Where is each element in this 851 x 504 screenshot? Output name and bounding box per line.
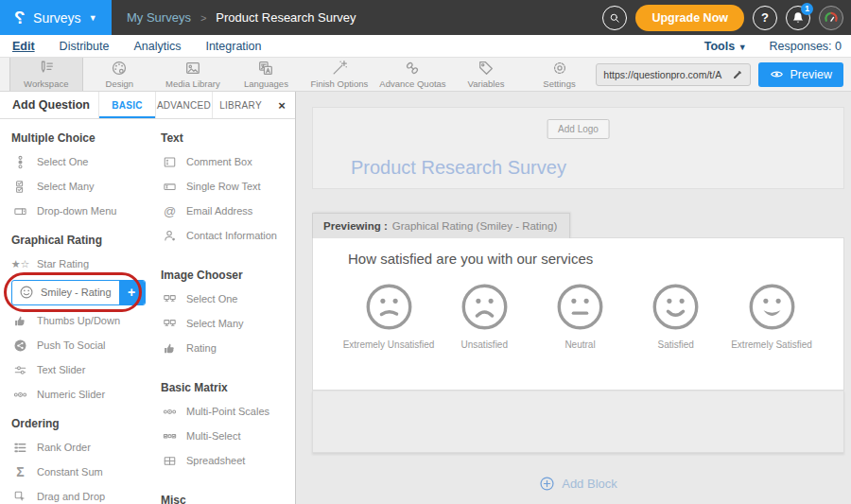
qtype-drag-and-drop[interactable]: Drag and Drop	[11, 484, 155, 504]
qtype-contact-information[interactable]: Contact Information	[161, 223, 295, 248]
qtype-image-rating[interactable]: Rating	[161, 336, 295, 360]
qtype-label: Select One	[37, 156, 88, 167]
tab-advanced[interactable]: ADVANCED	[155, 92, 212, 118]
upgrade-now-button[interactable]: Upgrade Now	[635, 5, 744, 31]
toolbar-languages[interactable]: Languages	[230, 58, 304, 91]
qtype-star-rating[interactable]: ★☆ Star Rating	[11, 252, 155, 276]
qtype-smiley-rating[interactable]: Smiley - Rating +	[11, 280, 146, 305]
qtype-select-one[interactable]: Select One	[11, 149, 155, 174]
smile-face-icon	[651, 282, 701, 332]
qtype-label: Push To Social	[37, 339, 106, 351]
spreadsheet-grid-icon	[163, 454, 177, 468]
qtype-image-select-one[interactable]: Select One	[161, 287, 295, 311]
toolbar-label: Workspace	[24, 78, 68, 89]
qtype-select-many[interactable]: Select Many	[11, 174, 155, 199]
qtype-label: Thumbs Up/Down	[37, 315, 120, 326]
smiley-option-unsatisfied[interactable]: Unsatisfied	[437, 282, 531, 350]
toolbar-workspace[interactable]: Workspace	[9, 58, 83, 91]
qtype-label: Select One	[186, 293, 237, 304]
toolbar-label: Design	[106, 78, 134, 89]
close-panel-button[interactable]: ×	[269, 92, 295, 118]
header-actions: Upgrade Now ? 1	[602, 5, 843, 31]
smiley-option-neutral[interactable]: Neutral	[533, 282, 628, 350]
qtype-push-to-social[interactable]: Push To Social	[11, 333, 155, 357]
help-button[interactable]: ?	[753, 6, 777, 30]
qtype-multi-select[interactable]: Multi-Select	[161, 424, 295, 448]
question-text[interactable]: How satisfied are you with our services	[313, 238, 843, 267]
survey-nav-tabs: Edit Distribute Analytics Integration	[12, 40, 262, 53]
checkbox-stack-icon	[13, 180, 27, 194]
app-window: ? Surveys ▼ My Surveys > Product Researc…	[0, 0, 851, 504]
add-block-button[interactable]: Add Block	[312, 476, 844, 492]
qtype-label: Select Many	[37, 181, 95, 192]
surveys-menu[interactable]: ? Surveys ▼	[0, 0, 112, 35]
survey-title[interactable]: Product Research Survey	[351, 157, 566, 179]
qtype-spreadsheet[interactable]: Spreadsheet	[161, 448, 295, 473]
tab-integration[interactable]: Integration	[205, 40, 261, 53]
tab-library[interactable]: LIBRARY	[212, 92, 269, 118]
previewing-tab[interactable]: Previewing : Graphical Rating (Smiley - …	[312, 213, 570, 238]
dual-monitor-icon	[163, 292, 177, 306]
qtype-comment-box[interactable]: Comment Box	[161, 149, 295, 174]
smiley-option-extremely-unsatisfied[interactable]: Extremely Unsatisfied	[341, 282, 436, 350]
notifications-button[interactable]: 1	[786, 6, 810, 30]
search-button[interactable]	[602, 6, 627, 30]
toolbar-advance-quotas[interactable]: Advance Quotas	[376, 58, 450, 91]
user-avatar[interactable]	[819, 6, 843, 30]
breadcrumb-my-surveys[interactable]: My Surveys	[127, 10, 191, 25]
smiley-option-extremely-satisfied[interactable]: Extremely Satisfied	[724, 282, 819, 350]
qtype-label: Select Many	[186, 318, 244, 329]
gauge-icon	[823, 9, 840, 26]
qtype-text-slider[interactable]: Text Slider	[11, 357, 155, 382]
qtype-label: Comment Box	[186, 156, 252, 167]
breadcrumb: My Surveys > Product Research Survey	[127, 10, 356, 25]
slider-icon	[13, 363, 27, 377]
product-name: Surveys	[33, 10, 81, 26]
sigma-icon: Σ	[11, 464, 29, 479]
survey-url-field[interactable]: https://questionpro.com/t/A	[596, 63, 750, 86]
at-sign-icon: @	[161, 204, 179, 218]
qtype-single-row-text[interactable]: Single Row Text	[161, 174, 295, 199]
smiley-option-satisfied[interactable]: Satisfied	[629, 282, 723, 350]
qtype-constant-sum[interactable]: Σ Constant Sum	[11, 460, 155, 484]
dual-monitor-icon	[163, 317, 177, 331]
drag-drop-icon	[13, 490, 27, 504]
toolbar-label: Languages	[244, 78, 288, 89]
toolbar-design[interactable]: Design	[83, 58, 157, 91]
share-icon	[13, 339, 27, 353]
tab-analytics[interactable]: Analytics	[133, 40, 181, 53]
qtype-image-select-many[interactable]: Select Many	[161, 311, 295, 336]
qtype-label: Multi-Point Scales	[186, 406, 269, 417]
qtype-dropdown-menu[interactable]: Drop-down Menu	[11, 199, 155, 223]
survey-header-card: Add Logo Product Research Survey	[312, 107, 844, 189]
qtype-numeric-slider[interactable]: Numeric Slider	[11, 382, 155, 407]
toolbar-finish-options[interactable]: Finish Options	[303, 58, 376, 91]
tools-menu[interactable]: Tools ▼	[704, 40, 747, 53]
add-smiley-rating-button[interactable]: +	[119, 281, 145, 304]
add-question-panel: Add Question BASIC ADVANCED LIBRARY × Mu…	[0, 92, 296, 504]
qtype-rank-order[interactable]: Rank Order	[11, 435, 155, 460]
qtype-thumbs-up-down[interactable]: Thumbs Up/Down	[11, 308, 155, 333]
toolbar-settings[interactable]: Settings	[523, 58, 597, 91]
breadcrumb-current-survey: Product Research Survey	[216, 10, 356, 25]
tab-distribute[interactable]: Distribute	[60, 40, 110, 53]
image-icon	[184, 60, 201, 77]
add-question-title: Add Question	[0, 92, 98, 118]
dropdown-icon	[13, 204, 27, 218]
qtype-label: Rating	[186, 342, 217, 354]
tab-basic[interactable]: BASIC	[98, 92, 155, 118]
section-text: Text	[161, 131, 295, 145]
tab-edit[interactable]: Edit	[12, 40, 35, 53]
chevron-down-icon: ▼	[738, 43, 747, 52]
pencil-icon[interactable]	[732, 69, 743, 80]
preview-button[interactable]: Preview	[758, 62, 843, 87]
toolbar-media-library[interactable]: Media Library	[156, 58, 230, 91]
qtype-label: Contact Information	[186, 230, 277, 241]
smiley-scale: Extremely Unsatisfied Unsatisfied Neutra…	[313, 267, 843, 350]
qtype-multi-point-scales[interactable]: Multi-Point Scales	[161, 399, 295, 424]
toolbar-variables[interactable]: Variables	[449, 58, 523, 91]
add-logo-button[interactable]: Add Logo	[547, 119, 610, 139]
qtype-email-address[interactable]: @ Email Address	[161, 199, 295, 223]
preview-button-label: Preview	[790, 68, 832, 81]
qtype-label: Star Rating	[37, 258, 89, 269]
